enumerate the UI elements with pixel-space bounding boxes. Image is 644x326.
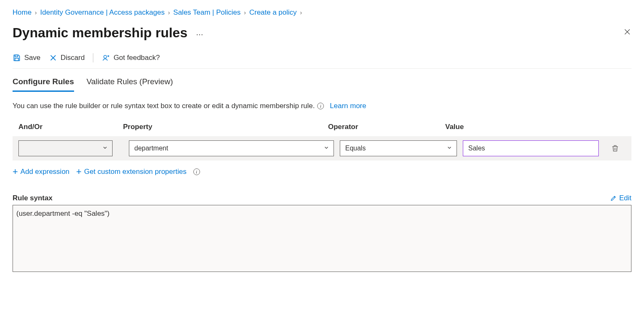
tab-validate-rules[interactable]: Validate Rules (Preview) bbox=[87, 77, 173, 92]
breadcrumb: Home › Identity Governance | Access pack… bbox=[13, 8, 631, 17]
operator-select[interactable]: Equals bbox=[340, 140, 457, 156]
discard-icon bbox=[49, 54, 57, 62]
actions-row: + Add expression + Get custom extension … bbox=[13, 166, 631, 177]
chevron-right-icon: › bbox=[300, 9, 302, 16]
breadcrumb-home[interactable]: Home bbox=[13, 8, 31, 17]
feedback-button-label: Got feedback? bbox=[113, 54, 160, 62]
title-row: Dynamic membership rules … bbox=[13, 25, 631, 41]
info-icon[interactable]: i bbox=[317, 103, 324, 109]
column-header-value: Value bbox=[445, 123, 605, 131]
breadcrumb-identity-governance[interactable]: Identity Governance | Access packages bbox=[40, 8, 164, 17]
svg-rect-2 bbox=[15, 55, 18, 57]
discard-button-label: Discard bbox=[61, 54, 85, 62]
column-header-andor: And/Or bbox=[18, 123, 123, 131]
tabs: Configure Rules Validate Rules (Preview) bbox=[13, 77, 631, 92]
breadcrumb-sales-team[interactable]: Sales Team | Policies bbox=[173, 8, 241, 17]
andor-select[interactable] bbox=[18, 140, 113, 156]
breadcrumb-create-policy[interactable]: Create a policy bbox=[249, 8, 297, 17]
trash-icon bbox=[611, 144, 619, 153]
save-icon bbox=[13, 54, 21, 62]
rule-syntax-header: Rule syntax Edit bbox=[13, 194, 631, 202]
description-text: You can use the rule builder or rule syn… bbox=[13, 102, 631, 110]
edit-icon bbox=[610, 195, 617, 202]
learn-more-link[interactable]: Learn more bbox=[330, 102, 366, 110]
info-icon[interactable]: i bbox=[193, 168, 200, 175]
column-header-property: Property bbox=[123, 123, 328, 131]
save-button-label: Save bbox=[24, 54, 41, 62]
delete-rule-button[interactable] bbox=[605, 144, 626, 153]
feedback-icon bbox=[102, 54, 110, 62]
chevron-right-icon: › bbox=[35, 9, 37, 16]
rule-table-header: And/Or Property Operator Value bbox=[13, 123, 631, 136]
close-button[interactable] bbox=[623, 28, 631, 39]
plus-icon: + bbox=[13, 166, 18, 177]
property-select[interactable]: department bbox=[129, 140, 334, 156]
feedback-button[interactable]: Got feedback? bbox=[102, 54, 160, 62]
page-title: Dynamic membership rules bbox=[13, 25, 187, 41]
rule-syntax-textarea[interactable]: (user.department -eq "Sales") bbox=[13, 205, 631, 272]
chevron-down-icon bbox=[323, 145, 329, 152]
chevron-right-icon: › bbox=[168, 9, 170, 16]
column-header-operator: Operator bbox=[328, 123, 445, 131]
value-input[interactable]: Sales bbox=[463, 140, 599, 156]
chevron-down-icon bbox=[446, 145, 452, 152]
command-bar: Save Discard Got feedback? bbox=[13, 53, 631, 69]
save-button[interactable]: Save bbox=[13, 54, 41, 62]
rule-row: department Equals Sales bbox=[13, 136, 631, 160]
add-expression-button[interactable]: + Add expression bbox=[13, 166, 69, 177]
plus-icon: + bbox=[76, 166, 82, 177]
chevron-down-icon bbox=[102, 145, 108, 152]
discard-button[interactable]: Discard bbox=[49, 54, 85, 62]
custom-extension-properties-button[interactable]: + Get custom extension properties bbox=[76, 166, 187, 177]
rule-syntax-label: Rule syntax bbox=[13, 194, 52, 202]
svg-rect-3 bbox=[15, 58, 18, 61]
svg-point-6 bbox=[104, 55, 107, 58]
divider bbox=[93, 53, 93, 62]
tab-configure-rules[interactable]: Configure Rules bbox=[13, 77, 74, 92]
chevron-right-icon: › bbox=[244, 9, 246, 16]
more-options-button[interactable]: … bbox=[196, 28, 204, 37]
edit-syntax-button[interactable]: Edit bbox=[610, 194, 631, 202]
